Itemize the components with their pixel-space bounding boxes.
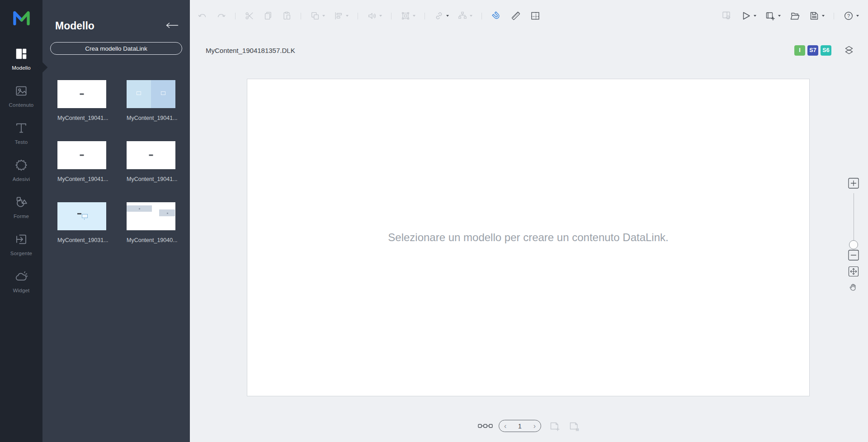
shapes-icon xyxy=(14,195,29,210)
toolbar-separator xyxy=(358,13,358,19)
next-page-button[interactable]: › xyxy=(533,423,536,430)
link-icon xyxy=(434,11,444,21)
copy-icon xyxy=(263,11,273,21)
ruler-button[interactable] xyxy=(510,10,521,21)
preview-play-button[interactable] xyxy=(741,10,756,21)
sidebar-item-testo[interactable]: Testo xyxy=(0,120,42,157)
toolbar-separator xyxy=(235,13,236,19)
dropdown-caret-icon xyxy=(754,15,756,17)
sidebar-item-label: Modello xyxy=(12,65,31,71)
sticker-icon xyxy=(14,157,29,173)
dropdown-caret-icon xyxy=(346,15,349,17)
group-icon xyxy=(310,11,320,21)
collapse-panel-button[interactable] xyxy=(164,20,181,32)
link-button[interactable] xyxy=(434,11,449,21)
create-datalink-template-button[interactable]: Crea modello DataLink xyxy=(50,42,182,55)
zoom-in-icon xyxy=(848,177,859,189)
template-item[interactable]: MyContent_19031... xyxy=(57,202,106,243)
fit-to-screen-button[interactable] xyxy=(848,266,859,277)
add-page-icon xyxy=(549,420,561,432)
fit-to-screen-icon xyxy=(848,266,859,277)
paste-button[interactable] xyxy=(282,11,292,21)
template-item[interactable]: MyContent_19040... xyxy=(127,202,175,243)
layers-button[interactable] xyxy=(844,45,854,56)
zoom-out-button[interactable] xyxy=(848,249,859,261)
toolbar-separator xyxy=(425,13,425,19)
template-name: MyContent_19041... xyxy=(127,176,175,182)
new-content-button[interactable] xyxy=(765,10,781,21)
pan-hand-button[interactable] xyxy=(848,282,859,293)
toolbar-separator xyxy=(834,13,834,19)
hierarchy-button[interactable] xyxy=(458,11,472,21)
status-badge[interactable]: I xyxy=(794,45,805,56)
transform-button[interactable] xyxy=(401,11,415,21)
screen-settings-button[interactable] xyxy=(721,10,732,21)
sidebar-item-forme[interactable]: Forme xyxy=(0,195,42,232)
sidebar-item-sorgente[interactable]: Sorgente xyxy=(0,232,42,269)
sidebar-item-label: Widget xyxy=(13,288,30,293)
zoom-controls xyxy=(846,177,861,293)
template-item[interactable]: MyContent_19041... xyxy=(57,141,106,182)
sidebar-item-label: Adesivi xyxy=(13,176,30,182)
help-icon: ? xyxy=(843,10,854,21)
template-name: MyContent_19031... xyxy=(57,237,106,243)
document-titlebar: MyContent_1904181357.DLK I S7 S6 xyxy=(190,43,868,57)
template-thumbnail xyxy=(57,202,106,230)
template-name: MyContent_19041... xyxy=(127,115,175,121)
current-page-number: 1 xyxy=(518,423,522,430)
transform-icon xyxy=(401,11,410,21)
template-icon xyxy=(14,46,29,62)
add-page-button[interactable] xyxy=(549,420,561,432)
sidebar-item-widget[interactable]: Widget xyxy=(0,269,42,306)
template-item[interactable]: MyContent_19041... xyxy=(127,141,175,182)
page-strip-button[interactable] xyxy=(478,422,493,430)
cut-button[interactable] xyxy=(245,11,255,21)
sidebar-item-contenuto[interactable]: Contenuto xyxy=(0,83,42,120)
help-button[interactable]: ? xyxy=(843,10,859,21)
layers-icon xyxy=(844,45,854,56)
status-badge[interactable]: S6 xyxy=(821,45,831,56)
snap-magnet-button[interactable] xyxy=(491,10,502,21)
dropdown-caret-icon xyxy=(379,15,382,17)
template-thumbnail xyxy=(127,202,175,230)
template-thumbnail xyxy=(57,80,106,108)
save-button[interactable] xyxy=(809,10,825,21)
paste-icon xyxy=(282,11,292,21)
status-badge[interactable]: S7 xyxy=(807,45,818,56)
open-folder-icon xyxy=(789,10,800,21)
dropdown-caret-icon xyxy=(778,15,781,17)
toolbar-separator xyxy=(391,13,392,19)
ruler-icon xyxy=(510,10,521,21)
media-icon xyxy=(14,83,29,99)
open-folder-button[interactable] xyxy=(789,10,800,21)
sidebar-item-modello[interactable]: Modello xyxy=(0,46,42,83)
copy-button[interactable] xyxy=(263,11,273,21)
app-logo-icon xyxy=(10,7,32,28)
canvas-placeholder-text: Selezionare un modello per creare un con… xyxy=(388,231,668,244)
master-page-button[interactable]: M xyxy=(568,420,580,432)
zoom-slider-handle[interactable] xyxy=(849,240,858,249)
svg-text:M: M xyxy=(576,427,579,432)
undo-icon xyxy=(198,11,208,21)
zoom-in-button[interactable] xyxy=(848,177,859,189)
template-item[interactable]: MyContent_19041... xyxy=(127,80,175,121)
table-button[interactable] xyxy=(530,10,541,21)
document-title: MyContent_1904181357.DLK xyxy=(206,47,295,54)
hierarchy-icon xyxy=(458,11,467,21)
editor-canvas[interactable]: Selezionare un modello per creare un con… xyxy=(247,79,810,396)
hand-icon xyxy=(848,282,859,293)
svg-text:?: ? xyxy=(847,13,850,19)
undo-button[interactable] xyxy=(198,11,208,21)
audio-button[interactable] xyxy=(367,11,382,21)
sidebar-item-adesivi[interactable]: Adesivi xyxy=(0,157,42,195)
zoom-slider-track[interactable] xyxy=(854,193,854,244)
group-button[interactable] xyxy=(310,11,325,21)
template-item[interactable]: MyContent_19041... xyxy=(57,80,106,121)
align-button[interactable] xyxy=(334,11,349,21)
dropdown-caret-icon xyxy=(822,15,825,17)
dropdown-caret-icon xyxy=(413,15,415,17)
template-thumbnail xyxy=(127,141,175,169)
previous-page-button[interactable]: ‹ xyxy=(504,423,506,430)
redo-button[interactable] xyxy=(216,11,226,21)
template-name: MyContent_19040... xyxy=(127,237,175,243)
